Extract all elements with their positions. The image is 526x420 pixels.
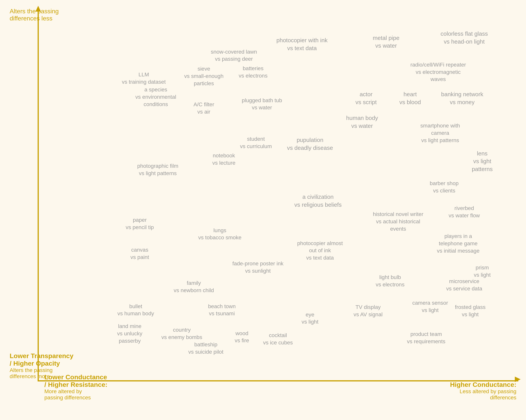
data-label-metal_pipe: metal pipevs water bbox=[373, 34, 399, 50]
data-label-paper: papervs pencil tip bbox=[126, 216, 154, 231]
data-label-human_body: human bodyvs water bbox=[346, 114, 378, 130]
data-label-photocopier_ink: photocopier with inkvs text data bbox=[276, 36, 327, 52]
data-label-cocktail: cocktailvs ice cubes bbox=[263, 332, 293, 347]
data-label-country: countryvs enemy bombs bbox=[162, 327, 202, 341]
bottom-left-title: Lower Transparency/ Higher Opacity bbox=[10, 352, 73, 367]
bottom-center-left-title: Lower Conductance/ Higher Resistance: bbox=[44, 373, 107, 388]
data-label-colorless_flat: colorless flat glassvs head-on light bbox=[441, 30, 488, 46]
bottom-right-annotation: Higher Conductance: Less altered by pass… bbox=[450, 381, 516, 401]
data-label-eye: eyevs light bbox=[302, 311, 318, 326]
chart-area: Alters the passingdifferences less Lower… bbox=[0, 0, 526, 420]
data-label-plugged_bath: plugged bath tubvs water bbox=[242, 97, 282, 111]
data-label-batteries: batteriesvs electrons bbox=[239, 65, 268, 80]
data-label-camera_sensor: camera sensorvs light bbox=[412, 300, 448, 314]
data-label-land_mine: land minevs unluckypasserby bbox=[117, 323, 142, 345]
data-label-sieve: sievevs small-enoughparticles bbox=[184, 65, 223, 87]
bottom-center-left-annotation: Lower Conductance/ Higher Resistance: Mo… bbox=[44, 373, 107, 401]
data-label-canvas: canvasvs paint bbox=[130, 246, 149, 261]
data-label-battleship: battleshipvs suicide pilot bbox=[188, 341, 223, 356]
data-label-smartphone: smartphone withcameravs light patterns bbox=[420, 122, 460, 144]
y-axis bbox=[38, 8, 39, 381]
data-label-historical_novel: historical novel writervs actual histori… bbox=[373, 210, 423, 232]
data-label-beach_town: beach townvs tsunami bbox=[208, 303, 236, 317]
data-label-photocopier_out: photocopier almostout of inkvs text data bbox=[297, 240, 343, 261]
data-label-ac_filter: A/C filtervs air bbox=[193, 101, 214, 116]
data-label-family: familyvs newborn child bbox=[174, 280, 214, 294]
data-label-student: studentvs curriculum bbox=[240, 135, 272, 150]
data-label-light_bulb: light bulbvs electrons bbox=[376, 274, 405, 288]
data-label-lens: lensvs lightpatterns bbox=[472, 150, 493, 173]
data-label-prism: prismvs light bbox=[474, 264, 491, 279]
data-label-notebook: notebookvs lecture bbox=[212, 152, 235, 167]
data-label-microservice: microservicevs service data bbox=[446, 278, 482, 292]
data-label-product_team: product teamvs requirements bbox=[407, 330, 445, 345]
top-left-annotation: Alters the passingdifferences less bbox=[10, 8, 59, 22]
data-label-heart_blood: heartvs blood bbox=[399, 90, 421, 106]
data-label-players_telephone: players in atelephone gamevs initial mes… bbox=[437, 233, 479, 254]
data-label-photographic_film: photographic filmvs light patterns bbox=[137, 162, 178, 177]
data-label-tv_display: TV displayvs AV signal bbox=[354, 303, 383, 318]
data-label-banking_network: banking networkvs money bbox=[441, 90, 483, 106]
bottom-right-title: Higher Conductance: bbox=[450, 381, 516, 388]
data-label-frosted_glass: frosted glassvs light bbox=[455, 303, 486, 318]
data-label-snow_lawn: snow-covered lawnvs passing deer bbox=[211, 48, 257, 63]
bottom-center-left-subtitle: More altered bypassing differences bbox=[44, 388, 107, 401]
data-label-civilization: a civilizationvs religious beliefs bbox=[294, 193, 342, 209]
data-label-llm: LLMvs training dataset bbox=[122, 71, 166, 86]
data-label-bullet: bulletvs human body bbox=[117, 303, 154, 317]
bottom-right-subtitle: Less altered by passingdifferences bbox=[450, 388, 516, 401]
data-label-radio_cell: radio/cell/WiFi repeatervs electromagnet… bbox=[410, 61, 466, 83]
data-label-lungs: lungsvs tobacco smoke bbox=[198, 227, 242, 241]
data-label-barber_shop: barber shopvs clients bbox=[430, 180, 458, 194]
x-axis bbox=[38, 380, 518, 381]
data-label-wood_fire: woodvs fire bbox=[235, 330, 249, 344]
data-label-species: a speciesvs environmentalconditions bbox=[135, 86, 176, 108]
data-label-fade_prone: fade-prone poster inkvs sunlight bbox=[233, 260, 283, 275]
data-label-pupulation: pupulationvs deadly disease bbox=[287, 136, 333, 152]
top-left-subtitle: Alters the passingdifferences less bbox=[10, 8, 59, 22]
data-label-riverbed: riverbedvs water flow bbox=[449, 205, 480, 220]
data-label-actor: actorvs script bbox=[355, 90, 377, 106]
